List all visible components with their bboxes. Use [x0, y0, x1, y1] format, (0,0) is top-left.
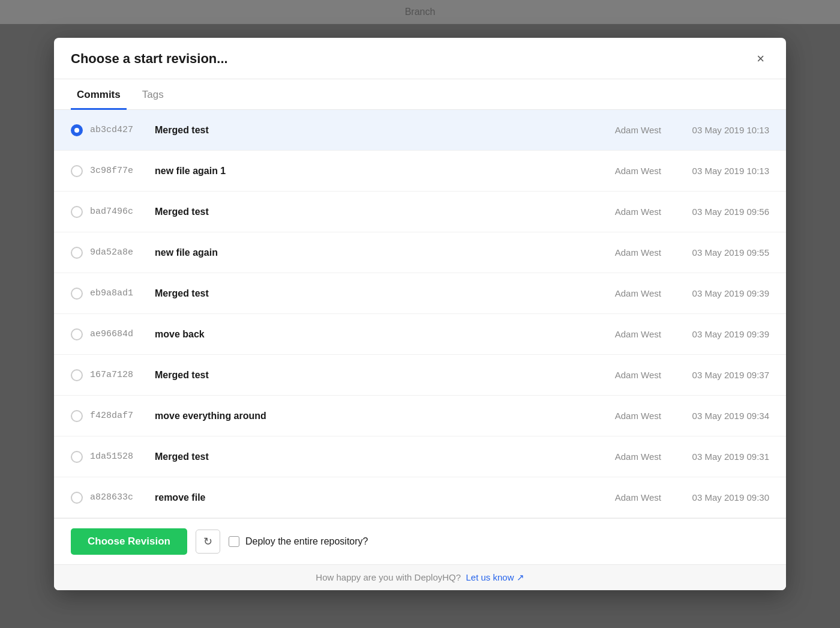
- close-button[interactable]: ×: [752, 50, 769, 68]
- commit-message: Merged test: [150, 125, 577, 136]
- radio-wrap: [71, 124, 90, 136]
- radio-button[interactable]: [71, 206, 83, 218]
- tab-tags[interactable]: Tags: [136, 79, 170, 110]
- commit-date: 03 May 2019 09:37: [661, 370, 769, 380]
- radio-button[interactable]: [71, 247, 83, 259]
- tab-commits[interactable]: Commits: [71, 79, 127, 110]
- radio-button[interactable]: [71, 328, 83, 340]
- commit-author: Adam West: [577, 125, 661, 135]
- radio-button[interactable]: [71, 451, 83, 463]
- commit-message: move back: [150, 329, 577, 340]
- commit-date: 03 May 2019 09:30: [661, 492, 769, 503]
- hint-bar: How happy are you with DeployHQ? Let us …: [54, 564, 786, 590]
- commit-author: Adam West: [577, 288, 661, 298]
- commit-row[interactable]: 167a7128Merged testAdam West03 May 2019 …: [54, 355, 786, 396]
- hint-link[interactable]: Let us know ↗: [466, 572, 524, 582]
- commit-row[interactable]: 9da52a8enew file againAdam West03 May 20…: [54, 232, 786, 273]
- commit-row[interactable]: f428daf7move everything aroundAdam West0…: [54, 396, 786, 436]
- commit-hash: f428daf7: [90, 411, 150, 421]
- commit-date: 03 May 2019 09:39: [661, 329, 769, 339]
- commit-hash: 3c98f77e: [90, 166, 150, 176]
- choose-revision-button[interactable]: Choose Revision: [71, 528, 187, 555]
- radio-wrap: [71, 492, 90, 504]
- commit-author: Adam West: [577, 492, 661, 503]
- commit-hash: 9da52a8e: [90, 247, 150, 258]
- commit-message: new file again: [150, 247, 577, 258]
- commit-date: 03 May 2019 09:34: [661, 411, 769, 421]
- commit-row[interactable]: ae96684dmove backAdam West03 May 2019 09…: [54, 314, 786, 355]
- commit-row[interactable]: 3c98f77enew file again 1Adam West03 May …: [54, 151, 786, 192]
- commit-row[interactable]: eb9a8ad1Merged testAdam West03 May 2019 …: [54, 273, 786, 314]
- radio-button[interactable]: [71, 410, 83, 422]
- radio-button[interactable]: [71, 124, 83, 136]
- commit-message: Merged test: [150, 370, 577, 381]
- commit-author: Adam West: [577, 451, 661, 462]
- commit-row[interactable]: 1da51528Merged testAdam West03 May 2019 …: [54, 436, 786, 477]
- commit-hash: a828633c: [90, 492, 150, 503]
- commit-date: 03 May 2019 09:31: [661, 451, 769, 462]
- radio-wrap: [71, 247, 90, 259]
- commit-date: 03 May 2019 09:56: [661, 207, 769, 217]
- commit-hash: 1da51528: [90, 451, 150, 462]
- commit-hash: eb9a8ad1: [90, 288, 150, 298]
- refresh-icon: ↻: [203, 535, 212, 548]
- modal-title: Choose a start revision...: [71, 51, 228, 67]
- commit-message: Merged test: [150, 207, 577, 217]
- deploy-entire-repo-checkbox[interactable]: [229, 536, 239, 547]
- commit-row[interactable]: a828633cremove fileAdam West03 May 2019 …: [54, 477, 786, 518]
- commit-message: new file again 1: [150, 166, 577, 177]
- radio-wrap: [71, 328, 90, 340]
- refresh-button[interactable]: ↻: [196, 530, 220, 554]
- commit-date: 03 May 2019 10:13: [661, 125, 769, 135]
- commit-hash: 167a7128: [90, 370, 150, 380]
- commit-hash: bad7496c: [90, 207, 150, 217]
- radio-button[interactable]: [71, 165, 83, 177]
- commit-date: 03 May 2019 10:13: [661, 166, 769, 176]
- commit-message: Merged test: [150, 288, 577, 299]
- radio-button[interactable]: [71, 492, 83, 504]
- commit-author: Adam West: [577, 166, 661, 176]
- modal-header: Choose a start revision... ×: [54, 38, 786, 79]
- commit-author: Adam West: [577, 370, 661, 380]
- commits-list: ab3cd427Merged testAdam West03 May 2019 …: [54, 110, 786, 518]
- radio-wrap: [71, 410, 90, 422]
- modal-backdrop: Choose a start revision... × Commits Tag…: [0, 0, 840, 628]
- commit-date: 03 May 2019 09:55: [661, 247, 769, 258]
- commit-author: Adam West: [577, 247, 661, 258]
- radio-wrap: [71, 165, 90, 177]
- commit-author: Adam West: [577, 329, 661, 339]
- commit-hash: ae96684d: [90, 329, 150, 339]
- commit-message: Merged test: [150, 451, 577, 462]
- modal-footer: Choose Revision ↻ Deploy the entire repo…: [54, 518, 786, 564]
- modal-dialog: Choose a start revision... × Commits Tag…: [54, 38, 786, 590]
- radio-wrap: [71, 206, 90, 218]
- deploy-entire-repo-label[interactable]: Deploy the entire repository?: [229, 536, 368, 547]
- commit-message: remove file: [150, 492, 577, 503]
- commit-hash: ab3cd427: [90, 125, 150, 135]
- commit-author: Adam West: [577, 411, 661, 421]
- tabs-bar: Commits Tags: [54, 79, 786, 110]
- commit-row[interactable]: bad7496cMerged testAdam West03 May 2019 …: [54, 192, 786, 232]
- radio-wrap: [71, 451, 90, 463]
- commit-row[interactable]: ab3cd427Merged testAdam West03 May 2019 …: [54, 110, 786, 151]
- radio-button[interactable]: [71, 369, 83, 381]
- commit-author: Adam West: [577, 207, 661, 217]
- commit-message: move everything around: [150, 411, 577, 421]
- radio-wrap: [71, 369, 90, 381]
- radio-button[interactable]: [71, 288, 83, 300]
- commit-date: 03 May 2019 09:39: [661, 288, 769, 298]
- radio-wrap: [71, 288, 90, 300]
